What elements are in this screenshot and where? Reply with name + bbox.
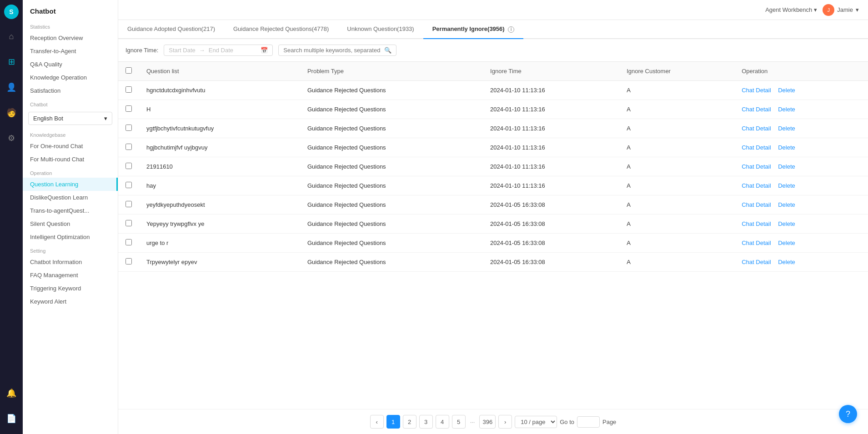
- chat-detail-link-4[interactable]: Chat Detail: [742, 144, 771, 151]
- table-row: Trpyewytelyr epyev Guidance Rejected Que…: [118, 252, 868, 271]
- select-all-checkbox[interactable]: [125, 67, 132, 74]
- tab-guidance-adopted[interactable]: Guidance Adopted Question(217): [118, 20, 224, 39]
- row-ignore-time: 2024-01-10 11:13:16: [483, 100, 619, 119]
- row-checkbox-1[interactable]: [125, 86, 132, 93]
- page-ellipsis: ···: [468, 419, 477, 425]
- row-problem-type: Guidance Rejected Questions: [300, 176, 483, 195]
- page-5-button[interactable]: 5: [452, 415, 466, 429]
- row-checkbox-2[interactable]: [125, 105, 132, 112]
- sidebar-item-trans-to-agent-quest[interactable]: Trans-to-agentQuest...: [23, 204, 118, 217]
- main-content: Agent Workbench ▾ J Jamie ▾ Guidance Ado…: [118, 0, 868, 434]
- row-checkbox-5[interactable]: [125, 163, 132, 169]
- chat-detail-link-7[interactable]: Chat Detail: [742, 201, 771, 208]
- chat-detail-link-10[interactable]: Chat Detail: [742, 259, 771, 265]
- delete-link-10[interactable]: Delete: [778, 259, 795, 265]
- row-ignore-time: 2024-01-10 11:13:16: [483, 80, 619, 100]
- page-2-button[interactable]: 2: [403, 415, 416, 429]
- row-problem-type: Guidance Rejected Questions: [300, 119, 483, 138]
- operation-section-title: Operation: [23, 166, 118, 178]
- sidebar-item-satisfaction[interactable]: Satisfaction: [23, 84, 118, 97]
- delete-link-1[interactable]: Delete: [778, 87, 795, 94]
- doc-icon[interactable]: 📄: [3, 410, 20, 427]
- delete-link-5[interactable]: Delete: [778, 163, 795, 170]
- grid-icon[interactable]: ⊞: [3, 54, 20, 70]
- sidebar-item-one-round-chat[interactable]: For One-round Chat: [23, 140, 118, 153]
- sidebar-item-keyword-alert[interactable]: Keyword Alert: [23, 295, 118, 308]
- sidebar-item-question-learning[interactable]: Question Learning: [23, 178, 118, 191]
- delete-link-3[interactable]: Delete: [778, 125, 795, 132]
- sidebar-item-reception-overview[interactable]: Reception Overview: [23, 31, 118, 45]
- next-page-button[interactable]: ›: [498, 415, 512, 429]
- row-operation: Chat Detail Delete: [734, 119, 868, 138]
- tab-permanently-ignore[interactable]: Permanently Ignore(3956) i: [423, 20, 524, 39]
- date-range-picker[interactable]: Start Date → End Date 📅: [164, 45, 273, 56]
- person-icon[interactable]: 🧑: [3, 105, 20, 121]
- agent-workbench-dropdown[interactable]: Agent Workbench ▾: [765, 6, 817, 13]
- chat-detail-link-8[interactable]: Chat Detail: [742, 220, 771, 227]
- permanently-ignore-info-icon[interactable]: i: [508, 26, 514, 33]
- tab-guidance-rejected[interactable]: Guidance Rejected Questions(4778): [224, 20, 338, 39]
- sidebar-item-triggering-keyword[interactable]: Triggering Keyword: [23, 282, 118, 295]
- chat-detail-link-6[interactable]: Chat Detail: [742, 182, 771, 189]
- search-box[interactable]: 🔍: [278, 45, 396, 56]
- prev-page-button[interactable]: ‹: [370, 415, 384, 429]
- chat-detail-link-9[interactable]: Chat Detail: [742, 239, 771, 246]
- sidebar-item-dislike-question-learn[interactable]: DislikeQuestion Learn: [23, 191, 118, 204]
- row-checkbox-10[interactable]: [125, 258, 132, 264]
- row-ignore-customer: A: [619, 176, 734, 195]
- sidebar-item-qa-quality[interactable]: Q&A Quality: [23, 58, 118, 71]
- table-row: ygtfjbchytivfcutnkutugvfuy Guidance Reje…: [118, 119, 868, 138]
- settings-icon[interactable]: ⚙: [3, 130, 20, 146]
- bell-icon[interactable]: 🔔: [3, 385, 20, 401]
- logo[interactable]: S: [4, 5, 19, 19]
- bot-select-label: English Bot: [33, 115, 63, 122]
- page-4-button[interactable]: 4: [436, 415, 449, 429]
- goto-page-input[interactable]: [577, 416, 600, 428]
- table-row: Yepyeyy trywpgflvx ye Guidance Rejected …: [118, 214, 868, 233]
- delete-link-7[interactable]: Delete: [778, 201, 795, 208]
- row-checkbox-9[interactable]: [125, 239, 132, 245]
- user-info[interactable]: J Jamie ▾: [823, 4, 859, 16]
- row-checkbox-7[interactable]: [125, 201, 132, 207]
- sidebar-item-intelligent-optimization[interactable]: Intelligent Optimization: [23, 230, 118, 244]
- row-checkbox-3[interactable]: [125, 125, 132, 131]
- filter-bar: Ignore Time: Start Date → End Date 📅 🔍: [118, 39, 868, 62]
- chat-detail-link-3[interactable]: Chat Detail: [742, 125, 771, 132]
- delete-link-4[interactable]: Delete: [778, 144, 795, 151]
- sidebar-item-chatbot-information[interactable]: Chatbot Information: [23, 255, 118, 269]
- tab-unknown-question[interactable]: Unknown Question(1933): [338, 20, 423, 39]
- row-checkbox-6[interactable]: [125, 182, 132, 188]
- row-ignore-time: 2024-01-05 16:33:08: [483, 252, 619, 271]
- people-icon[interactable]: 👤: [3, 79, 20, 95]
- chat-detail-link-5[interactable]: Chat Detail: [742, 163, 771, 170]
- ignore-time-label: Ignore Time:: [125, 47, 158, 54]
- avatar: J: [823, 4, 834, 16]
- sidebar-item-transfer-to-agent[interactable]: Transfer-to-Agent: [23, 45, 118, 58]
- search-input[interactable]: [283, 47, 381, 54]
- date-arrow: →: [199, 47, 205, 54]
- chat-detail-link-1[interactable]: Chat Detail: [742, 87, 771, 94]
- row-ignore-time: 2024-01-05 16:33:08: [483, 214, 619, 233]
- bot-select-dropdown[interactable]: English Bot ▾: [28, 112, 112, 125]
- delete-link-8[interactable]: Delete: [778, 220, 795, 227]
- page-1-button[interactable]: 1: [386, 415, 400, 429]
- sidebar-item-knowledge-operation[interactable]: Knowledge Operation: [23, 71, 118, 84]
- row-checkbox-8[interactable]: [125, 220, 132, 226]
- home-icon[interactable]: ⌂: [3, 28, 20, 45]
- sidebar-item-multi-round-chat[interactable]: For Multi-round Chat: [23, 153, 118, 166]
- sidebar-item-faq-management[interactable]: FAQ Management: [23, 269, 118, 282]
- row-question: H: [139, 100, 300, 119]
- row-checkbox-cell: [118, 119, 139, 138]
- chat-detail-link-2[interactable]: Chat Detail: [742, 106, 771, 113]
- delete-link-6[interactable]: Delete: [778, 182, 795, 189]
- row-checkbox-4[interactable]: [125, 144, 132, 150]
- sidebar-item-silent-question[interactable]: Silent Question: [23, 217, 118, 230]
- page-last-button[interactable]: 396: [479, 415, 496, 429]
- column-checkbox: [118, 62, 139, 81]
- page-3-button[interactable]: 3: [419, 415, 433, 429]
- page-size-select[interactable]: 10 / page 20 / page 50 / page: [515, 416, 557, 428]
- help-button[interactable]: ?: [839, 405, 857, 423]
- delete-link-9[interactable]: Delete: [778, 239, 795, 246]
- row-operation: Chat Detail Delete: [734, 80, 868, 100]
- delete-link-2[interactable]: Delete: [778, 106, 795, 113]
